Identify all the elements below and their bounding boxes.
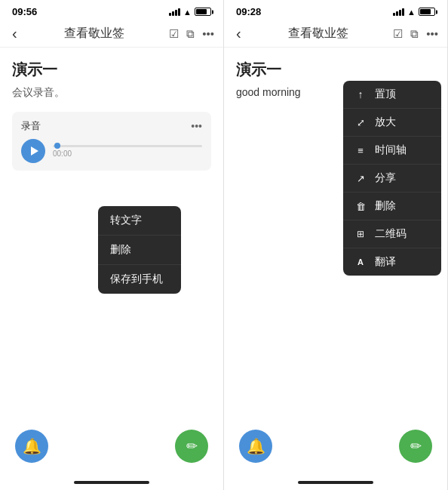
- progress-dot: [54, 143, 60, 149]
- left-phone: 09:56 ▲ ‹ 查看敬业签 ☑ ⧉ ••• 演示一 会议录音。: [0, 0, 224, 490]
- pin-label: 置顶: [375, 88, 396, 101]
- ctx-menu-item-save[interactable]: 保存到手机: [98, 265, 181, 294]
- home-indicator-right: [298, 481, 373, 484]
- nav-bar-left: ‹ 查看敬业签 ☑ ⧉ •••: [0, 20, 223, 48]
- nav-title-left: 查看敬业签: [26, 26, 164, 42]
- bell-button-left[interactable]: 🔔: [15, 430, 48, 463]
- content-left: 演示一 会议录音。 录音 ••• 00:00 转文字 删除 保存到手机: [0, 48, 223, 421]
- pin-icon: ↑: [354, 88, 367, 100]
- zoom-icon: ⤢: [354, 117, 367, 128]
- copy-icon-right[interactable]: ⧉: [410, 27, 419, 41]
- ctx-menu-item-delete[interactable]: 删除: [98, 236, 181, 265]
- wifi-icon-right: ▲: [407, 8, 416, 17]
- edit-icon-right: ✏: [410, 438, 422, 455]
- recording-more-btn[interactable]: •••: [191, 120, 202, 132]
- back-button-right[interactable]: ‹: [233, 25, 244, 42]
- nav-bar-right: ‹ 查看敬业签 ☑ ⧉ •••: [224, 20, 447, 48]
- qrcode-label: 二维码: [375, 227, 407, 241]
- battery-left: [195, 8, 211, 16]
- signal-icon-right: [393, 8, 404, 16]
- edit-button-left[interactable]: ✏: [175, 430, 208, 463]
- status-icons-right: ▲: [393, 8, 435, 17]
- time-right: 09:28: [236, 6, 261, 17]
- recording-context-menu: 转文字 删除 保存到手机: [98, 206, 181, 294]
- delete-icon: 🗑: [354, 201, 367, 212]
- check-icon-right[interactable]: ☑: [393, 27, 403, 41]
- battery-right: [419, 8, 435, 16]
- zoom-label: 放大: [375, 116, 396, 129]
- translate-label: 翻译: [375, 255, 396, 269]
- nav-actions-right: ☑ ⧉ •••: [393, 27, 438, 41]
- recording-card: 录音 ••• 00:00: [12, 112, 211, 171]
- check-icon-left[interactable]: ☑: [169, 27, 179, 41]
- delete-label: 删除: [375, 199, 396, 213]
- progress-area: 00:00: [53, 145, 202, 158]
- share-label: 分享: [375, 171, 396, 185]
- time-label: 00:00: [53, 149, 202, 158]
- recording-header: 录音 •••: [21, 119, 202, 133]
- more-icon-right[interactable]: •••: [426, 27, 438, 40]
- progress-bar[interactable]: [53, 145, 202, 147]
- dropdown-item-translate[interactable]: A 翻译: [343, 248, 441, 276]
- back-button-left[interactable]: ‹: [9, 25, 20, 42]
- translate-icon: A: [354, 257, 367, 267]
- share-icon: ↗: [354, 173, 367, 184]
- bell-icon-right: 🔔: [247, 437, 265, 455]
- recording-player: 00:00: [21, 139, 202, 163]
- bell-icon-left: 🔔: [23, 437, 41, 455]
- dropdown-item-timeline[interactable]: ≡ 时间轴: [343, 137, 441, 165]
- status-bar-left: 09:56 ▲: [0, 0, 223, 20]
- bottom-bar-right: 🔔 ✏: [224, 421, 447, 481]
- note-subtitle-left: 会议录音。: [12, 86, 211, 100]
- recording-label: 录音: [21, 119, 41, 133]
- nav-actions-left: ☑ ⧉ •••: [169, 27, 214, 41]
- note-title-right: 演示一: [236, 60, 435, 80]
- home-indicator-left: [74, 481, 149, 484]
- content-right: 演示一 good morning ↑ 置顶 ⤢ 放大 ≡ 时间轴 ↗ 分享 🗑 …: [224, 48, 447, 421]
- dropdown-menu: ↑ 置顶 ⤢ 放大 ≡ 时间轴 ↗ 分享 🗑 删除 ⊞ 二维码: [343, 81, 441, 276]
- dropdown-item-qrcode[interactable]: ⊞ 二维码: [343, 220, 441, 248]
- play-button[interactable]: [21, 139, 45, 163]
- bell-button-right[interactable]: 🔔: [239, 430, 272, 463]
- more-icon-left[interactable]: •••: [202, 27, 214, 40]
- ctx-menu-item-transcribe[interactable]: 转文字: [98, 206, 181, 236]
- dropdown-item-pin[interactable]: ↑ 置顶: [343, 81, 441, 109]
- edit-icon-left: ✏: [186, 438, 198, 455]
- dropdown-item-share[interactable]: ↗ 分享: [343, 165, 441, 193]
- qrcode-icon: ⊞: [354, 229, 367, 239]
- time-left: 09:56: [12, 6, 37, 17]
- edit-button-right[interactable]: ✏: [399, 430, 432, 463]
- signal-icon-left: [169, 8, 180, 16]
- copy-icon-left[interactable]: ⧉: [186, 27, 195, 41]
- timeline-label: 时间轴: [375, 143, 407, 157]
- status-bar-right: 09:28 ▲: [224, 0, 447, 20]
- right-phone: 09:28 ▲ ‹ 查看敬业签 ☑ ⧉ ••• 演示一 good morning: [224, 0, 448, 490]
- note-title-left: 演示一: [12, 60, 211, 80]
- dropdown-item-zoom[interactable]: ⤢ 放大: [343, 109, 441, 137]
- bottom-bar-left: 🔔 ✏: [0, 421, 223, 481]
- dropdown-item-delete[interactable]: 🗑 删除: [343, 193, 441, 220]
- wifi-icon-left: ▲: [183, 8, 192, 17]
- status-icons-left: ▲: [169, 8, 211, 17]
- timeline-icon: ≡: [354, 145, 367, 156]
- nav-title-right: 查看敬业签: [250, 26, 388, 42]
